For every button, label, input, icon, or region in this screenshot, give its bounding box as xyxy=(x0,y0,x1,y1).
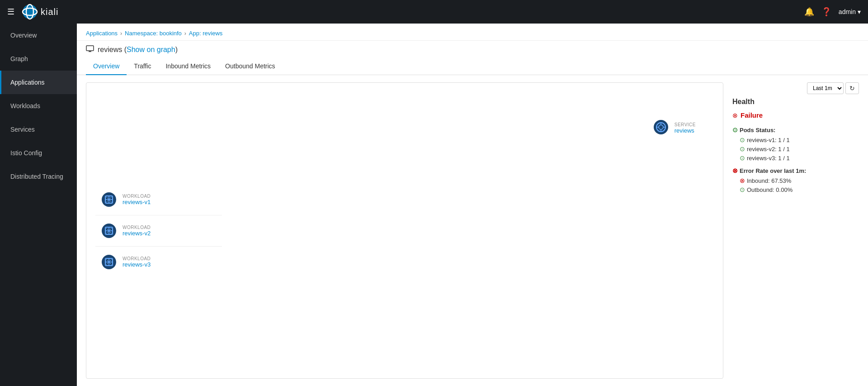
health-panel: Health ⊗ Failure ⊙ Pods Status: ⊙ xyxy=(732,98,859,199)
help-icon[interactable]: ❓ xyxy=(821,7,831,17)
workload-link-v3[interactable]: reviews-v3 xyxy=(123,261,151,268)
app-title: reviews (Show on graph) xyxy=(98,46,178,54)
tab-outbound-metrics[interactable]: Outbound Metrics xyxy=(218,58,283,75)
pods-ok-icon: ⊙ xyxy=(732,126,738,133)
sidebar-item-graph[interactable]: Graph xyxy=(0,47,77,71)
right-panel: Last 1m ↻ Health ⊗ Failure ⊙ xyxy=(732,82,859,379)
pod-ok-icon-v3: ⊙ xyxy=(740,154,745,162)
workload-list: WORKLOAD reviews-v1 xyxy=(95,184,222,277)
pod-item-v2: ⊙ reviews-v2: 1 / 1 xyxy=(732,145,859,152)
workload-item-v1: WORKLOAD reviews-v1 xyxy=(95,184,222,215)
service-link[interactable]: reviews xyxy=(675,127,696,134)
logo: kiali xyxy=(22,4,58,20)
workload-item-v2: WORKLOAD reviews-v2 xyxy=(95,215,222,247)
main-content: Applications › Namespace: bookinfo › App… xyxy=(77,24,868,386)
sidebar: Overview Graph Applications Workloads Se… xyxy=(0,24,77,386)
pod-ok-icon-v2: ⊙ xyxy=(740,145,745,152)
workload-link-v1[interactable]: reviews-v1 xyxy=(123,199,151,205)
breadcrumb-sep-2: › xyxy=(184,30,186,37)
breadcrumb-current: App: reviews xyxy=(189,30,222,37)
failure-icon: ⊗ xyxy=(732,112,738,119)
content-area: WORKLOAD reviews-v1 xyxy=(77,75,868,386)
service-info: SERVICE reviews xyxy=(675,122,696,134)
breadcrumb-namespace[interactable]: Namespace: bookinfo xyxy=(125,30,182,37)
pod-item-v1: ⊙ reviews-v1: 1 / 1 xyxy=(732,136,859,143)
inbound-error-icon: ⊗ xyxy=(740,177,745,184)
diagram-container: WORKLOAD reviews-v1 xyxy=(95,92,714,369)
sidebar-item-istio-config[interactable]: Istio Config xyxy=(0,141,77,165)
workload-icon-v2 xyxy=(101,223,117,239)
sidebar-item-overview[interactable]: Overview xyxy=(0,24,77,47)
sidebar-item-workloads[interactable]: Workloads xyxy=(0,94,77,118)
workload-icon-v1 xyxy=(101,191,117,208)
error-rate-title: ⊗ Error Rate over last 1m: xyxy=(732,167,859,174)
tabs-bar: Overview Traffic Inbound Metrics Outboun… xyxy=(77,58,868,75)
svg-rect-3 xyxy=(86,46,94,51)
workload-icon-v3 xyxy=(101,254,117,270)
workload-item-v3: WORKLOAD reviews-v3 xyxy=(95,247,222,277)
hamburger-menu[interactable]: ☰ xyxy=(7,8,14,16)
user-label: admin xyxy=(839,8,856,15)
sidebar-item-services[interactable]: Services xyxy=(0,118,77,141)
app-header: reviews (Show on graph) xyxy=(77,41,868,54)
health-failure-status: ⊗ Failure xyxy=(732,111,859,119)
workload-info-v1: WORKLOAD reviews-v1 xyxy=(123,194,151,205)
refresh-controls: Last 1m ↻ xyxy=(732,82,859,94)
show-on-graph-link[interactable]: Show on graph xyxy=(127,46,175,53)
svg-point-24 xyxy=(654,120,668,134)
user-dropdown-icon: ▾ xyxy=(858,8,861,15)
pods-status-title: ⊙ Pods Status: xyxy=(732,126,859,133)
breadcrumb-applications[interactable]: Applications xyxy=(86,30,118,37)
error-rate-icon: ⊗ xyxy=(732,167,738,174)
sidebar-item-applications[interactable]: Applications xyxy=(0,71,77,94)
kiali-logo-icon xyxy=(22,4,38,20)
sidebar-item-distributed-tracing[interactable]: Distributed Tracing xyxy=(0,165,77,188)
service-item: SERVICE reviews xyxy=(653,119,696,137)
error-rate-section: ⊗ Error Rate over last 1m: ⊗ Inbound: 67… xyxy=(732,167,859,193)
workload-info-v2: WORKLOAD reviews-v2 xyxy=(123,225,151,237)
notifications-icon[interactable]: 🔔 xyxy=(804,7,814,17)
refresh-button[interactable]: ↻ xyxy=(845,82,859,94)
monitor-icon xyxy=(86,45,94,52)
navbar-right: 🔔 ❓ admin ▾ xyxy=(804,7,861,17)
pods-status-section: ⊙ Pods Status: ⊙ reviews-v1: 1 / 1 ⊙ rev… xyxy=(732,126,859,162)
inbound-rate-item: ⊗ Inbound: 67.53% xyxy=(732,177,859,184)
svg-point-0 xyxy=(23,5,37,19)
breadcrumb: Applications › Namespace: bookinfo › App… xyxy=(77,24,868,41)
outbound-rate-item: ⊙ Outbound: 0.00% xyxy=(732,186,859,193)
workload-link-v2[interactable]: reviews-v2 xyxy=(123,230,151,237)
tab-overview[interactable]: Overview xyxy=(86,58,127,75)
time-range-select[interactable]: Last 1m xyxy=(807,82,844,94)
outbound-ok-icon: ⊙ xyxy=(740,186,745,193)
failure-label: Failure xyxy=(741,111,763,119)
service-icon xyxy=(653,119,669,137)
diagram-panel: WORKLOAD reviews-v1 xyxy=(86,82,723,379)
pod-item-v3: ⊙ reviews-v3: 1 / 1 xyxy=(732,154,859,162)
workload-info-v3: WORKLOAD reviews-v3 xyxy=(123,256,151,268)
tab-traffic[interactable]: Traffic xyxy=(127,58,158,75)
logo-text: kiali xyxy=(41,7,58,17)
app-header-icon xyxy=(86,45,94,54)
top-navbar: ☰ kiali 🔔 ❓ admin ▾ xyxy=(0,0,868,24)
health-title: Health xyxy=(732,98,859,106)
tab-inbound-metrics[interactable]: Inbound Metrics xyxy=(158,58,218,75)
breadcrumb-sep-1: › xyxy=(120,30,122,37)
main-layout: Overview Graph Applications Workloads Se… xyxy=(0,24,868,386)
user-menu[interactable]: admin ▾ xyxy=(839,8,861,15)
pod-ok-icon-v1: ⊙ xyxy=(740,136,745,143)
